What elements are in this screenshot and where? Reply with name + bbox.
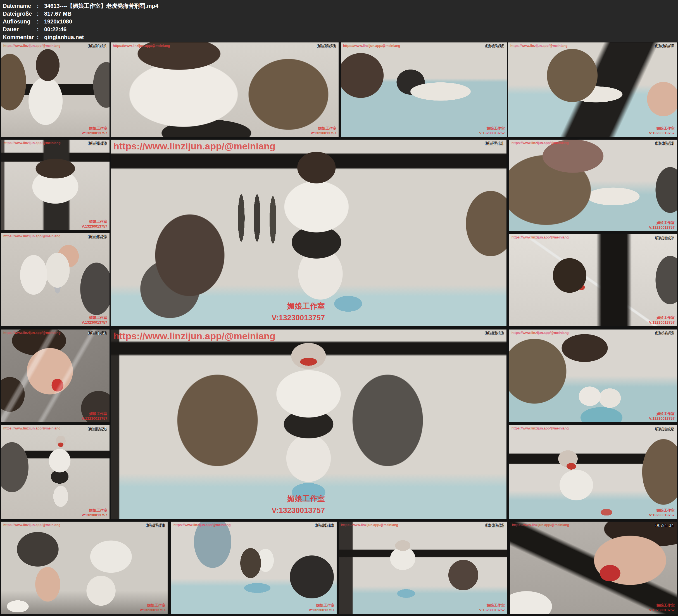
studio-watermark-name: 媚娘工作室 bbox=[82, 126, 107, 131]
timestamp-overlay: 00:13:10 bbox=[485, 331, 504, 336]
studio-watermark: 媚娘工作室V:13230013757 bbox=[479, 603, 505, 613]
file-info-value: qinglanhua.net bbox=[44, 34, 84, 41]
video-thumbnail-tile: https://www.linzijun.app/@meiniang00:05:… bbox=[1, 140, 110, 230]
studio-watermark: 媚娘工作室V:13230013757 bbox=[649, 315, 675, 325]
url-watermark: https://www.linzijun.app/@meiniang bbox=[512, 523, 569, 527]
timestamp-overlay: 00:09:35 bbox=[88, 235, 107, 239]
video-thumbnail-tile: https://www.linzijun.app/@meiniang00:20:… bbox=[339, 522, 507, 614]
video-thumbnail-tile: https://www.linzijun.app/@meiniang00:11:… bbox=[1, 330, 110, 422]
url-watermark: https://www.linzijun.app/@meiniang bbox=[512, 141, 569, 145]
studio-watermark-name: 媚娘工作室 bbox=[82, 508, 107, 513]
timestamp-overlay: 00:15:34 bbox=[88, 427, 107, 431]
timestamp-overlay: 00:11:58 bbox=[88, 331, 107, 336]
file-info-label: Kommentar bbox=[3, 34, 37, 41]
video-thumbnail-tile: https://www.linzijun.app/@meiniang00:04:… bbox=[508, 42, 677, 137]
studio-watermark-contact: V:13230013757 bbox=[649, 131, 675, 136]
url-watermark: https://www.linzijun.app/@meiniang bbox=[3, 44, 61, 48]
url-watermark: https://www.linzijun.app/@meiniang bbox=[512, 426, 569, 430]
studio-watermark-name: 媚娘工作室 bbox=[82, 219, 107, 224]
url-watermark: https://www.linzijun.app/@meiniang bbox=[512, 235, 569, 239]
video-thumbnail-tile: https://www.linzijun.app/@meiniang00:17:… bbox=[1, 522, 167, 614]
studio-watermark-name: 媚娘工作室 bbox=[649, 315, 675, 320]
file-info-label: Dateigröße bbox=[3, 10, 37, 17]
video-thumbnail-tile: https://www.linzijun.app/@meiniang00:08:… bbox=[509, 140, 677, 231]
studio-watermark: 媚娘工作室V:13230013757 bbox=[140, 603, 165, 613]
studio-watermark: 媚娘工作室V:13230013757 bbox=[649, 411, 675, 421]
studio-watermark: 媚娘工作室V:13230013757 bbox=[82, 126, 107, 136]
studio-watermark-name: 媚娘工作室 bbox=[82, 411, 107, 416]
contact-sheet: Dateiname:34613----【媚娘工作室】老虎凳痛苦刑罚.mp4Dat… bbox=[0, 0, 678, 616]
studio-watermark-name: 媚娘工作室 bbox=[271, 493, 325, 505]
studio-watermark-contact: V:13230013757 bbox=[479, 131, 505, 136]
studio-watermark-name: 媚娘工作室 bbox=[649, 508, 675, 513]
file-info-row: Kommentar:qinglanhua.net bbox=[3, 34, 84, 41]
studio-watermark-name: 媚娘工作室 bbox=[309, 603, 334, 608]
studio-watermark: 媚娘工作室V:13230013757 bbox=[309, 603, 334, 613]
video-thumbnail-tile: https://www.linzijun.app/@meiniang00:21:… bbox=[510, 522, 677, 614]
video-thumbnail-tile: https://www.linzijun.app/@meiniang00:19:… bbox=[171, 522, 337, 614]
studio-watermark: 媚娘工作室V:13230013757 bbox=[311, 126, 336, 136]
studio-watermark: 媚娘工作室V:13230013757 bbox=[82, 411, 107, 421]
studio-watermark-contact: V:13230013757 bbox=[309, 608, 334, 613]
studio-watermark-name: 媚娘工作室 bbox=[311, 126, 336, 131]
studio-watermark-contact: V:13230013757 bbox=[140, 608, 165, 613]
url-watermark: https://www.linzijun.app/@meiniang bbox=[3, 523, 61, 527]
file-info-label: Dauer bbox=[3, 26, 37, 33]
studio-watermark: 媚娘工作室V:13230013757 bbox=[649, 603, 675, 613]
timestamp-overlay: 00:05:59 bbox=[88, 141, 107, 146]
timestamp-overlay: 00:14:22 bbox=[655, 331, 674, 336]
url-watermark: https://www.linzijun.app/@meiniang bbox=[511, 44, 568, 48]
url-watermark: https://www.linzijun.app/@meiniang bbox=[174, 523, 231, 527]
file-info-separator: : bbox=[37, 18, 44, 25]
studio-watermark-contact: V:13230013757 bbox=[649, 225, 675, 230]
studio-watermark: 媚娘工作室V:13230013757 bbox=[649, 220, 675, 230]
url-watermark: https://www.linzijun.app/@meiniang bbox=[3, 331, 61, 335]
timestamp-overlay: 00:20:22 bbox=[486, 523, 504, 528]
studio-watermark-contact: V:13230013757 bbox=[271, 505, 325, 516]
studio-watermark: 媚娘工作室V:13230013757 bbox=[82, 315, 107, 325]
video-thumbnail-tile: https://www.linzijun.app/@meiniang00:14:… bbox=[509, 330, 677, 422]
timestamp-overlay: 00:03:35 bbox=[486, 44, 504, 49]
video-thumbnail-tile: https://www.linzijun.app/@meiniang00:03:… bbox=[341, 42, 507, 137]
url-watermark: https://www.linzijun.app/@meiniang bbox=[113, 44, 170, 48]
studio-watermark: 媚娘工作室V:13230013757 bbox=[649, 126, 675, 136]
url-watermark: https://www.linzijun.app/@meiniang bbox=[3, 426, 61, 430]
url-watermark: https://www.linzijun.app/@meiniang bbox=[113, 331, 275, 342]
video-thumbnail-tile: https://www.linzijun.app/@meiniang00:10:… bbox=[509, 234, 677, 326]
url-watermark: https://www.linzijun.app/@meiniang bbox=[341, 523, 399, 527]
studio-watermark: 媚娘工作室V:13230013757 bbox=[271, 301, 325, 324]
file-info-label: Dateiname bbox=[3, 2, 37, 9]
file-info-separator: : bbox=[37, 26, 44, 33]
studio-watermark-name: 媚娘工作室 bbox=[479, 603, 505, 608]
file-info-value: 00:22:46 bbox=[44, 26, 67, 33]
studio-watermark-contact: V:13230013757 bbox=[649, 320, 675, 325]
studio-watermark-name: 媚娘工作室 bbox=[82, 315, 107, 320]
video-thumbnail-tile: https://www.linzijun.app/@meiniang00:15:… bbox=[1, 425, 110, 519]
url-watermark: https://www.linzijun.app/@meiniang bbox=[3, 141, 61, 145]
studio-watermark-name: 媚娘工作室 bbox=[140, 603, 165, 608]
timestamp-overlay: 00:02:23 bbox=[317, 44, 336, 49]
video-thumbnail-tile: https://www.linzijun.app/@meiniang00:02:… bbox=[111, 42, 339, 137]
video-thumbnail-tile: https://www.linzijun.app/@meiniang00:13:… bbox=[111, 330, 506, 519]
url-watermark: https://www.linzijun.app/@meiniang bbox=[113, 141, 275, 152]
file-info-value: 34613----【媚娘工作室】老虎凳痛苦刑罚.mp4 bbox=[44, 2, 158, 9]
studio-watermark-contact: V:13230013757 bbox=[311, 131, 336, 136]
timestamp-overlay: 00:07:11 bbox=[485, 141, 504, 146]
file-info-separator: : bbox=[37, 2, 44, 9]
studio-watermark-contact: V:13230013757 bbox=[649, 608, 675, 613]
studio-watermark-contact: V:13230013757 bbox=[271, 312, 325, 324]
url-watermark: https://www.linzijun.app/@meiniang bbox=[512, 331, 569, 335]
studio-watermark: 媚娘工作室V:13230013757 bbox=[479, 126, 505, 136]
studio-watermark-contact: V:13230013757 bbox=[649, 513, 675, 518]
url-watermark: https://www.linzijun.app/@meiniang bbox=[3, 234, 61, 238]
file-info-separator: : bbox=[37, 10, 44, 17]
studio-watermark-contact: V:13230013757 bbox=[649, 416, 675, 421]
studio-watermark-contact: V:13230013757 bbox=[82, 416, 107, 421]
studio-watermark-name: 媚娘工作室 bbox=[271, 301, 325, 312]
studio-watermark-name: 媚娘工作室 bbox=[649, 220, 675, 225]
studio-watermark: 媚娘工作室V:13230013757 bbox=[649, 508, 675, 518]
timestamp-overlay: 00:19:10 bbox=[315, 523, 334, 528]
file-info-separator: : bbox=[37, 34, 44, 41]
timestamp-overlay: 00:17:58 bbox=[146, 523, 165, 528]
timestamp-overlay: 00:16:46 bbox=[655, 427, 674, 431]
